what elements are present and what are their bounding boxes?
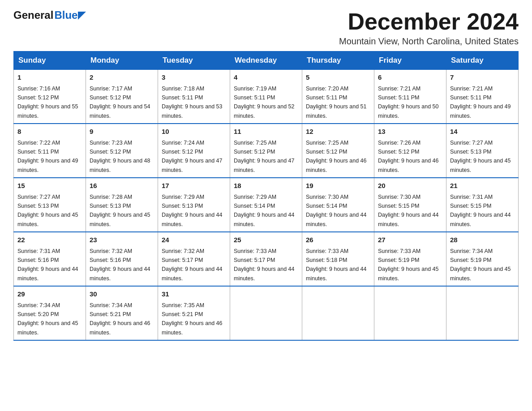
calendar-cell: 24 Sunrise: 7:32 AMSunset: 5:17 PMDaylig… [158,232,230,286]
col-thursday: Thursday [302,51,374,70]
calendar-cell: 5 Sunrise: 7:20 AMSunset: 5:11 PMDayligh… [302,70,374,124]
calendar-cell: 9 Sunrise: 7:23 AMSunset: 5:12 PMDayligh… [86,124,158,178]
day-number: 20 [378,181,442,191]
calendar-cell: 20 Sunrise: 7:30 AMSunset: 5:15 PMDaylig… [374,178,446,232]
calendar-cell: 2 Sunrise: 7:17 AMSunset: 5:12 PMDayligh… [86,70,158,124]
calendar-cell: 21 Sunrise: 7:31 AMSunset: 5:15 PMDaylig… [446,178,519,232]
calendar-cell: 13 Sunrise: 7:26 AMSunset: 5:12 PMDaylig… [374,124,446,178]
day-number: 18 [234,181,298,191]
calendar-cell: 8 Sunrise: 7:22 AMSunset: 5:11 PMDayligh… [14,124,86,178]
calendar-cell: 26 Sunrise: 7:33 AMSunset: 5:18 PMDaylig… [302,232,374,286]
day-info: Sunrise: 7:30 AMSunset: 5:15 PMDaylight:… [378,194,439,227]
day-number: 4 [234,73,298,83]
day-number: 22 [17,235,82,245]
day-info: Sunrise: 7:30 AMSunset: 5:14 PMDaylight:… [306,194,367,227]
calendar-cell: 29 Sunrise: 7:34 AMSunset: 5:20 PMDaylig… [14,286,86,340]
day-info: Sunrise: 7:34 AMSunset: 5:20 PMDaylight:… [17,302,78,336]
logo-general-text: General [13,9,53,21]
calendar-cell: 12 Sunrise: 7:25 AMSunset: 5:12 PMDaylig… [302,124,374,178]
day-info: Sunrise: 7:29 AMSunset: 5:13 PMDaylight:… [162,194,223,227]
day-number: 26 [306,235,370,245]
day-info: Sunrise: 7:24 AMSunset: 5:12 PMDaylight:… [162,140,223,173]
calendar-cell: 14 Sunrise: 7:27 AMSunset: 5:13 PMDaylig… [446,124,519,178]
day-number: 13 [378,127,442,137]
day-number: 30 [90,289,154,300]
day-info: Sunrise: 7:25 AMSunset: 5:12 PMDaylight:… [234,140,295,173]
day-number: 28 [450,235,515,245]
day-info: Sunrise: 7:26 AMSunset: 5:12 PMDaylight:… [378,140,439,173]
calendar-cell: 30 Sunrise: 7:34 AMSunset: 5:21 PMDaylig… [86,286,158,340]
calendar-cell: 1 Sunrise: 7:16 AMSunset: 5:12 PMDayligh… [14,70,86,124]
day-info: Sunrise: 7:18 AMSunset: 5:11 PMDaylight:… [162,86,223,119]
title-area: December 2024 Mountain View, North Carol… [339,9,519,47]
day-info: Sunrise: 7:27 AMSunset: 5:13 PMDaylight:… [17,194,78,227]
calendar-week-row: 1 Sunrise: 7:16 AMSunset: 5:12 PMDayligh… [14,70,519,124]
calendar-week-row: 22 Sunrise: 7:31 AMSunset: 5:16 PMDaylig… [14,232,519,286]
day-info: Sunrise: 7:25 AMSunset: 5:12 PMDaylight:… [306,140,367,173]
calendar-table: Sunday Monday Tuesday Wednesday Thursday… [13,51,519,341]
day-number: 31 [162,289,226,300]
day-number: 15 [17,181,82,191]
day-number: 3 [162,73,226,83]
day-info: Sunrise: 7:34 AMSunset: 5:19 PMDaylight:… [450,248,511,282]
day-number: 19 [306,181,370,191]
calendar-cell: 25 Sunrise: 7:33 AMSunset: 5:17 PMDaylig… [230,232,302,286]
day-number: 10 [162,127,226,137]
calendar-cell: 4 Sunrise: 7:19 AMSunset: 5:11 PMDayligh… [230,70,302,124]
day-number: 12 [306,127,370,137]
day-info: Sunrise: 7:19 AMSunset: 5:11 PMDaylight:… [234,86,295,119]
calendar-cell: 22 Sunrise: 7:31 AMSunset: 5:16 PMDaylig… [14,232,86,286]
month-title: December 2024 [339,9,519,34]
calendar-cell [446,286,519,340]
day-info: Sunrise: 7:31 AMSunset: 5:16 PMDaylight:… [17,248,78,282]
day-number: 23 [90,235,154,245]
calendar-cell: 10 Sunrise: 7:24 AMSunset: 5:12 PMDaylig… [158,124,230,178]
day-number: 2 [90,73,154,83]
day-number: 8 [17,127,82,137]
day-info: Sunrise: 7:35 AMSunset: 5:21 PMDaylight:… [162,302,223,336]
day-info: Sunrise: 7:17 AMSunset: 5:12 PMDaylight:… [90,86,150,119]
calendar-cell [302,286,374,340]
svg-marker-0 [78,12,86,20]
day-number: 27 [378,235,442,245]
calendar-cell: 27 Sunrise: 7:33 AMSunset: 5:19 PMDaylig… [374,232,446,286]
page-header: General Blue December 2024 Mountain View… [13,9,519,47]
day-number: 9 [90,127,154,137]
calendar-header: Sunday Monday Tuesday Wednesday Thursday… [14,51,519,70]
col-tuesday: Tuesday [158,51,230,70]
day-number: 14 [450,127,515,137]
day-number: 6 [378,73,442,83]
calendar-cell: 15 Sunrise: 7:27 AMSunset: 5:13 PMDaylig… [14,178,86,232]
day-info: Sunrise: 7:21 AMSunset: 5:11 PMDaylight:… [378,86,439,119]
day-info: Sunrise: 7:31 AMSunset: 5:15 PMDaylight:… [450,194,511,227]
day-info: Sunrise: 7:33 AMSunset: 5:19 PMDaylight:… [378,248,439,282]
day-number: 25 [234,235,298,245]
col-saturday: Saturday [446,51,519,70]
days-of-week-row: Sunday Monday Tuesday Wednesday Thursday… [14,51,519,70]
calendar-cell: 17 Sunrise: 7:29 AMSunset: 5:13 PMDaylig… [158,178,230,232]
day-info: Sunrise: 7:32 AMSunset: 5:17 PMDaylight:… [162,248,223,282]
calendar-cell [374,286,446,340]
day-info: Sunrise: 7:32 AMSunset: 5:16 PMDaylight:… [90,248,150,282]
day-number: 24 [162,235,226,245]
day-info: Sunrise: 7:28 AMSunset: 5:13 PMDaylight:… [90,194,150,227]
col-friday: Friday [374,51,446,70]
logo: General Blue [13,9,86,21]
calendar-cell: 16 Sunrise: 7:28 AMSunset: 5:13 PMDaylig… [86,178,158,232]
day-number: 7 [450,73,515,83]
col-wednesday: Wednesday [230,51,302,70]
day-number: 1 [17,73,82,83]
calendar-week-row: 8 Sunrise: 7:22 AMSunset: 5:11 PMDayligh… [14,124,519,178]
calendar-cell: 18 Sunrise: 7:29 AMSunset: 5:14 PMDaylig… [230,178,302,232]
calendar-cell: 31 Sunrise: 7:35 AMSunset: 5:21 PMDaylig… [158,286,230,340]
logo-blue-part: Blue [54,10,86,21]
day-number: 5 [306,73,370,83]
day-info: Sunrise: 7:20 AMSunset: 5:11 PMDaylight:… [306,86,367,119]
calendar-cell: 11 Sunrise: 7:25 AMSunset: 5:12 PMDaylig… [230,124,302,178]
calendar-cell: 23 Sunrise: 7:32 AMSunset: 5:16 PMDaylig… [86,232,158,286]
col-monday: Monday [86,51,158,70]
calendar-cell: 19 Sunrise: 7:30 AMSunset: 5:14 PMDaylig… [302,178,374,232]
day-number: 29 [17,289,82,300]
day-info: Sunrise: 7:27 AMSunset: 5:13 PMDaylight:… [450,140,511,173]
calendar-week-row: 29 Sunrise: 7:34 AMSunset: 5:20 PMDaylig… [14,286,519,340]
